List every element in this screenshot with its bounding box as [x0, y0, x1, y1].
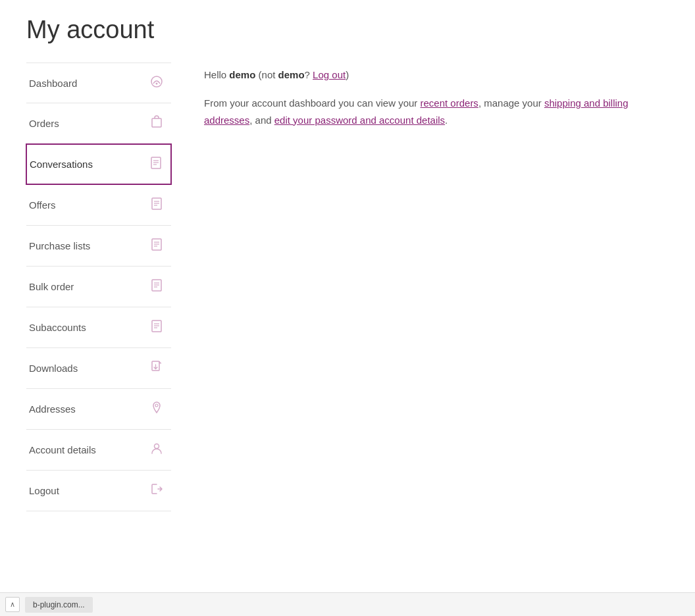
sidebar-label-account-details: Account details	[29, 444, 145, 455]
sidebar-label-addresses: Addresses	[29, 403, 145, 415]
sidebar-item-subaccounts[interactable]: Subaccounts	[26, 307, 171, 348]
sidebar-label-downloads: Downloads	[29, 363, 145, 374]
sidebar-item-dashboard[interactable]: Dashboard	[26, 63, 171, 103]
sidebar-label-subaccounts: Subaccounts	[29, 322, 145, 333]
page-title: My account	[26, 16, 669, 44]
desc-part2: , manage your	[478, 97, 544, 109]
downloads-icon	[150, 360, 163, 376]
purchase-lists-icon	[150, 238, 163, 254]
sidebar-item-conversations[interactable]: Conversations	[26, 143, 172, 185]
greeting-username2: demo	[278, 69, 305, 80]
sidebar-label-conversations: Conversations	[30, 159, 144, 170]
sidebar-label-offers: Offers	[29, 199, 145, 211]
svg-point-1	[156, 83, 158, 85]
sidebar-item-addresses[interactable]: Addresses	[26, 389, 171, 430]
dashboard-icon	[150, 75, 163, 91]
main-content: Hello demo (not demo? Log out) From your…	[171, 63, 669, 511]
account-details-icon	[150, 442, 163, 458]
sidebar-label-orders: Orders	[29, 118, 145, 129]
svg-point-24	[155, 404, 158, 407]
sidebar-item-downloads[interactable]: Downloads	[26, 348, 171, 389]
sidebar: Dashboard Orders	[26, 63, 171, 511]
desc-part4: .	[445, 115, 448, 126]
recent-orders-link[interactable]: recent orders	[421, 97, 478, 109]
greeting-prefix: Hello	[204, 69, 229, 80]
logout-link[interactable]: Log out	[313, 69, 346, 80]
conversations-icon	[149, 156, 163, 172]
addresses-icon	[150, 401, 163, 417]
sidebar-item-offers[interactable]: Offers	[26, 185, 171, 226]
offers-icon	[150, 197, 163, 213]
desc-part3: , and	[249, 115, 274, 126]
logout-icon	[150, 482, 163, 499]
greeting-suffix: ?	[305, 69, 313, 80]
svg-rect-2	[152, 118, 161, 127]
svg-point-0	[151, 76, 162, 87]
password-link[interactable]: edit your password and account details	[274, 115, 445, 126]
subaccounts-icon	[150, 319, 163, 336]
sidebar-item-bulk-order[interactable]: Bulk order	[26, 267, 171, 307]
page-container: My account Dashboard Orders	[0, 0, 695, 538]
sidebar-item-account-details[interactable]: Account details	[26, 430, 171, 471]
bulk-order-icon	[150, 278, 163, 295]
greeting-username: demo	[229, 69, 255, 80]
content-area: Dashboard Orders	[26, 63, 669, 511]
greeting: Hello demo (not demo? Log out)	[204, 69, 669, 80]
sidebar-label-dashboard: Dashboard	[29, 78, 145, 89]
sidebar-label-bulk-order: Bulk order	[29, 281, 145, 292]
svg-point-25	[155, 444, 159, 449]
description: From your account dashboard you can view…	[204, 95, 669, 128]
greeting-middle: (not	[255, 69, 278, 80]
desc-part1: From your account dashboard you can view…	[204, 97, 421, 109]
greeting-close: )	[346, 69, 349, 80]
sidebar-item-logout[interactable]: Logout	[26, 471, 171, 511]
orders-icon	[150, 115, 163, 132]
sidebar-label-purchase-lists: Purchase lists	[29, 240, 145, 251]
sidebar-label-logout: Logout	[29, 485, 145, 496]
sidebar-item-orders[interactable]: Orders	[26, 103, 171, 144]
sidebar-item-purchase-lists[interactable]: Purchase lists	[26, 226, 171, 267]
